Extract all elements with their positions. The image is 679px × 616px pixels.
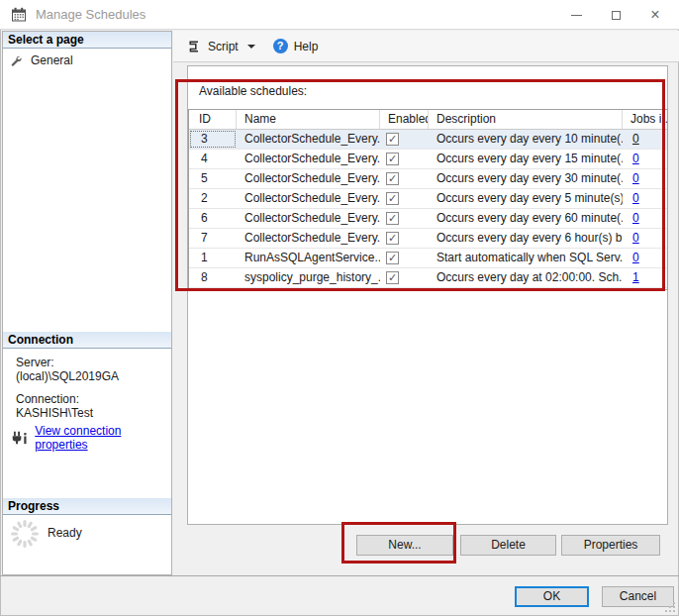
select-a-page-header: Select a page <box>3 32 171 49</box>
maximize-icon <box>612 11 621 20</box>
cell-jobs: 0 <box>623 189 667 208</box>
enabled-checkbox[interactable]: ✓ <box>386 133 399 146</box>
cell-id: 4 <box>189 150 237 168</box>
sidebar: Select a page General Connection Server:… <box>2 31 172 575</box>
help-button[interactable]: ? Help <box>269 35 323 58</box>
cell-id: 7 <box>189 229 237 248</box>
cell-id: 3 <box>189 130 237 149</box>
cell-name: CollectorSchedule_Every... <box>237 209 380 228</box>
cell-name: CollectorSchedule_Every... <box>237 229 380 248</box>
cell-enabled: ✓ <box>380 229 429 248</box>
chevron-down-icon[interactable] <box>247 45 255 49</box>
table-row[interactable]: 6CollectorSchedule_Every...✓Occurs every… <box>189 209 667 229</box>
cell-jobs: 0 <box>623 150 667 168</box>
resize-grip[interactable] <box>665 602 676 613</box>
connection-value: KASHISH\Test <box>16 406 93 420</box>
close-button[interactable]: × <box>635 0 675 30</box>
progress-spinner-icon <box>9 518 41 550</box>
server-value: (local)\SQL2019GA <box>16 369 119 383</box>
column-header[interactable]: Jobs i... <box>623 110 667 129</box>
table-row[interactable]: 7CollectorSchedule_Every...✓Occurs every… <box>189 229 667 249</box>
schedules-table[interactable]: IDNameEnabledDescriptionJobs i... 3Colle… <box>188 109 668 290</box>
enabled-checkbox[interactable]: ✓ <box>386 212 399 225</box>
maximize-button[interactable] <box>596 0 635 30</box>
enabled-checkbox[interactable]: ✓ <box>386 271 399 284</box>
cell-id: 8 <box>189 268 237 287</box>
jobs-link[interactable]: 0 <box>632 231 639 245</box>
cell-id: 1 <box>189 249 237 267</box>
column-header[interactable]: Description <box>429 110 623 129</box>
progress-status: Ready <box>48 526 82 540</box>
jobs-link[interactable]: 0 <box>632 251 639 264</box>
schedules-table-header: IDNameEnabledDescriptionJobs i... <box>189 110 667 130</box>
column-header[interactable]: Name <box>237 110 380 129</box>
cell-enabled: ✓ <box>380 249 429 267</box>
cell-description: Occurs every day every 15 minute(... <box>429 150 623 168</box>
cell-jobs: 0 <box>623 169 667 188</box>
help-question-icon: ? <box>273 39 288 53</box>
cell-id: 6 <box>189 209 237 228</box>
jobs-link[interactable]: 0 <box>632 191 639 205</box>
enabled-checkbox[interactable]: ✓ <box>386 172 399 185</box>
cell-description: Occurs every day every 10 minute(... <box>429 130 623 149</box>
delete-button[interactable]: Delete <box>460 535 556 556</box>
table-row[interactable]: 8syspolicy_purge_history_...✓Occurs ever… <box>189 268 667 288</box>
cell-jobs: 0 <box>623 209 667 228</box>
cell-description: Occurs every day every 60 minute(... <box>429 209 623 228</box>
table-row[interactable]: 5CollectorSchedule_Every...✓Occurs every… <box>189 169 667 189</box>
title-bar: Manage Schedules × <box>0 0 679 30</box>
cell-jobs: 0 <box>623 229 667 248</box>
cell-enabled: ✓ <box>380 130 429 149</box>
close-icon: × <box>650 7 659 23</box>
cell-name: CollectorSchedule_Every... <box>237 169 380 188</box>
cell-description: Occurs every day at 02:00:00. Sch... <box>429 268 623 287</box>
cell-jobs: 1 <box>623 268 667 287</box>
cell-jobs: 0 <box>623 249 667 267</box>
cell-description: Occurs every day every 5 minute(s)... <box>429 189 623 208</box>
properties-button[interactable]: Properties <box>561 535 660 556</box>
enabled-checkbox[interactable]: ✓ <box>386 252 399 264</box>
table-row[interactable]: 1RunAsSQLAgentService...✓Start automatic… <box>189 249 667 268</box>
available-schedules-label: Available schedules: <box>199 84 307 98</box>
connection-plug-icon <box>11 431 28 446</box>
cell-name: syspolicy_purge_history_... <box>237 268 380 287</box>
column-header[interactable]: Enabled <box>380 110 429 129</box>
minimize-icon <box>571 15 582 16</box>
ok-button[interactable]: OK <box>515 586 589 607</box>
enabled-checkbox[interactable]: ✓ <box>386 192 399 205</box>
cell-enabled: ✓ <box>380 268 429 287</box>
jobs-link[interactable]: 0 <box>632 211 639 225</box>
column-header[interactable]: ID <box>189 110 237 129</box>
cell-name: CollectorSchedule_Every... <box>237 150 380 168</box>
jobs-link[interactable]: 0 <box>632 152 639 165</box>
toolbar: Script ? Help <box>173 31 679 62</box>
connection-label: Connection: <box>16 392 79 406</box>
manage-schedules-dialog: { "window": { "title": "Manage Schedules… <box>0 0 679 616</box>
table-row[interactable]: 3CollectorSchedule_Every...✓Occurs every… <box>189 130 667 150</box>
script-button[interactable]: Script <box>182 35 259 58</box>
connection-header: Connection <box>3 332 171 349</box>
enabled-checkbox[interactable]: ✓ <box>386 153 399 165</box>
new-button[interactable]: New... <box>356 535 453 556</box>
jobs-link[interactable]: 0 <box>632 132 639 146</box>
cell-name: RunAsSQLAgentService... <box>237 249 380 267</box>
schedules-table-body: 3CollectorSchedule_Every...✓Occurs every… <box>189 130 667 288</box>
window-title: Manage Schedules <box>36 0 146 30</box>
table-row[interactable]: 4CollectorSchedule_Every...✓Occurs every… <box>189 150 667 169</box>
cell-id: 5 <box>189 169 237 188</box>
view-connection-properties-link[interactable]: View connection properties <box>35 424 171 452</box>
cancel-button[interactable]: Cancel <box>602 586 674 607</box>
minimize-button[interactable] <box>556 0 596 30</box>
jobs-link[interactable]: 0 <box>632 171 639 185</box>
table-row[interactable]: 2CollectorSchedule_Every...✓Occurs every… <box>189 189 667 209</box>
cell-name: CollectorSchedule_Every... <box>237 130 380 149</box>
cell-description: Occurs every day every 30 minute(... <box>429 169 623 188</box>
wrench-icon <box>9 54 22 67</box>
cell-enabled: ✓ <box>380 169 429 188</box>
cell-id: 2 <box>189 189 237 208</box>
cell-enabled: ✓ <box>380 150 429 168</box>
enabled-checkbox[interactable]: ✓ <box>386 232 399 245</box>
footer-divider <box>0 575 679 576</box>
sidebar-item-general[interactable]: General <box>9 52 73 68</box>
jobs-link[interactable]: 1 <box>632 270 639 284</box>
